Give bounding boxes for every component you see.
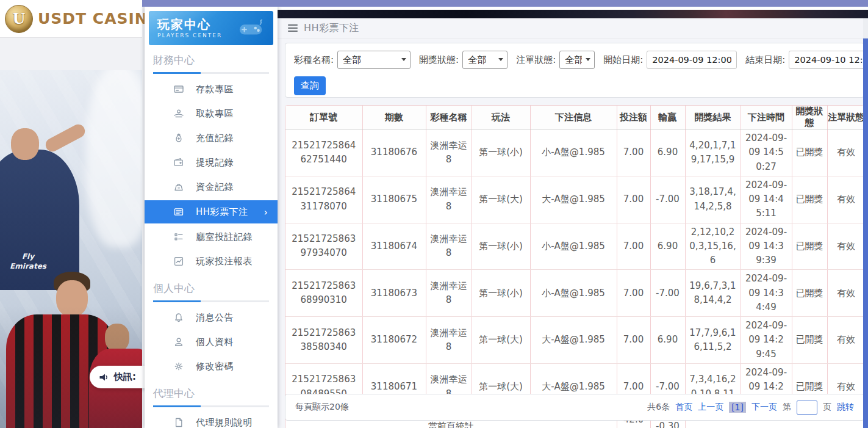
page-title: HH彩票下注 — [304, 22, 359, 35]
start-date-label: 開始日期: — [603, 54, 643, 66]
top-banner-image — [278, 10, 868, 18]
filter-panel: 彩種名稱: 全部 開獎狀態: 全部 注單狀態: 全部 開始日期: 結束日期: 查… — [285, 43, 864, 98]
brand-logo[interactable]: U USDT CASINO — [5, 5, 145, 33]
main-content: HH彩票下注 彩種名稱: 全部 開獎狀態: 全部 注單狀態: 全部 開始日期: … — [278, 0, 868, 428]
table-cell: 2152172586368990310 — [285, 270, 362, 317]
total-count: 共6条 — [647, 402, 670, 413]
table-cell: 有效 — [827, 129, 864, 176]
lottery-select-label: 彩種名稱: — [294, 54, 334, 66]
table-cell: 7.00 — [617, 223, 650, 270]
table-cell: 2152172586431178070 — [285, 176, 362, 223]
table-cell: 已開獎 — [792, 270, 827, 317]
next-page-link[interactable]: 下一页 — [751, 402, 777, 413]
sidebar-item[interactable]: 存款專區 — [145, 77, 278, 101]
lottery-select[interactable]: 全部 — [337, 51, 411, 69]
sidebar-item-label: 提現記錄 — [196, 157, 234, 169]
top-accent-strip — [142, 0, 868, 7]
sidebar-item[interactable]: 資金記錄 — [145, 175, 278, 199]
document-icon — [173, 417, 184, 428]
table-cell: 3,18,17,4,14,2,5,8 — [685, 176, 741, 223]
table-cell: 澳洲幸运8 — [426, 223, 472, 270]
sidebar-item[interactable]: 代理規則說明 — [145, 410, 278, 428]
order-status-select[interactable]: 全部 — [559, 51, 595, 69]
table-cell: 澳洲幸运8 — [426, 129, 472, 176]
sidebar-item[interactable]: 廳室投註記錄 — [145, 225, 278, 249]
left-background: U USDT CASINO Fly Emirates 快訊: — [0, 0, 145, 428]
sidebar-item[interactable]: 取款專區 — [145, 101, 278, 126]
draw-status-select[interactable]: 全部 — [462, 51, 508, 69]
page-titlebar: HH彩票下注 — [278, 18, 868, 38]
sidebar-item-label: 存款專區 — [196, 84, 234, 95]
first-page-link[interactable]: 首页 — [675, 402, 692, 413]
table-cell: 大-A盤@1.985 — [530, 317, 617, 364]
sidebar-subtitle: PLAYERS CENTER — [157, 32, 222, 38]
table-cell: 已開獎 — [792, 129, 827, 176]
scrollbar-thumb[interactable] — [863, 38, 868, 428]
table-row: 215217258636899031031180673澳洲幸运8第一球(小)小-… — [285, 270, 864, 317]
table-cell: 6.90 — [650, 317, 685, 364]
section-underline — [153, 300, 269, 302]
jump-suffix-label: 页 — [823, 402, 831, 413]
scrollbar[interactable] — [863, 18, 868, 428]
sidebar-item[interactable]: HH彩票下注› — [145, 200, 278, 223]
table-cell: 2,12,10,20,3,15,16,6 — [685, 223, 741, 270]
sidebar-item-label: 資金記錄 — [196, 181, 234, 193]
prev-page-link[interactable]: 上一页 — [698, 402, 723, 413]
table-cell: 2024-09-09 14:50:27 — [741, 129, 792, 176]
brand-name: USDT CASINO — [38, 10, 145, 27]
table-cell: 第一球(小) — [472, 223, 530, 270]
page-jump-input[interactable] — [797, 401, 817, 415]
room-record-icon — [173, 231, 184, 242]
sidebar-item[interactable]: 修改密碼 — [145, 354, 278, 379]
table-cell: 7.00 — [617, 129, 650, 176]
table-row: 215217258639793407031180674澳洲幸运8第一球(小)小-… — [285, 223, 864, 270]
sidebar-item-label: 玩家投注報表 — [196, 256, 253, 267]
current-page[interactable]: [1] — [729, 402, 746, 413]
table-cell: 澳洲幸运8 — [426, 317, 472, 364]
page-jump-link[interactable]: 跳转 — [837, 402, 854, 413]
sidebar-item[interactable]: 消息公告 — [145, 305, 278, 330]
sidebar-item[interactable]: 充值記錄 — [145, 126, 278, 150]
sidebar-item[interactable]: 個人資料 — [145, 330, 278, 354]
table-cell: 7.00 — [617, 317, 650, 364]
table-cell: 31180675 — [362, 176, 426, 223]
withdrawal-record-icon — [173, 157, 184, 168]
column-header: 玩法 — [472, 106, 530, 129]
sidebar-item[interactable]: 提現記錄 — [145, 150, 278, 175]
table-cell: 6.90 — [650, 223, 685, 270]
logo-ball-icon: U — [5, 5, 33, 33]
news-ticker: 快訊: — [90, 366, 145, 388]
column-header: 彩種名稱 — [426, 106, 472, 129]
table-header-row: 訂單號期數彩種名稱玩法下注信息投注額輸贏開獎結果下注時間開獎狀態注單狀態 — [285, 106, 864, 129]
search-button[interactable]: 查詢 — [294, 76, 326, 95]
sidebar-item-label: 代理規則說明 — [196, 417, 253, 428]
table-cell: 已開獎 — [792, 223, 827, 270]
table-cell: 31180676 — [362, 129, 426, 176]
sidebar-item[interactable]: 玩家投注報表 — [145, 249, 278, 274]
end-date-input[interactable] — [789, 51, 868, 69]
withdraw-icon — [173, 108, 184, 119]
bets-table: 訂單號期數彩種名稱玩法下注信息投注額輸贏開獎結果下注時間開獎狀態注單狀態2152… — [285, 106, 864, 428]
jump-prefix-label: 第 — [783, 402, 791, 413]
table-cell: 澳洲幸运8 — [426, 176, 472, 223]
sidebar-item-label: 個人資料 — [196, 336, 234, 348]
table-cell: 有效 — [827, 270, 864, 317]
draw-status-label: 開獎狀態: — [419, 54, 459, 66]
ticker-label: 快訊: — [114, 371, 136, 383]
table-cell: 大-A盤@1.985 — [530, 176, 617, 223]
table-cell: 已開獎 — [792, 317, 827, 364]
table-cell: 4,20,1,7,19,17,15,9 — [685, 129, 741, 176]
table-cell: 第一球(大) — [472, 317, 530, 364]
menu-toggle-icon[interactable] — [288, 24, 298, 32]
sidebar-menu: 財務中心存款專區取款專區充值記錄提現記錄資金記錄HH彩票下注›廳室投註記錄玩家投… — [145, 53, 278, 428]
sidebar: 玩家中心 PLAYERS CENTER 財務中心存款專區取款專區充值記錄提現記錄… — [145, 6, 278, 428]
jersey-text: Fly Emirates — [9, 252, 48, 271]
column-header: 開獎結果 — [685, 106, 741, 129]
pager: 共6条 首页 上一页 [1] 下一页 第 页 跳转 — [647, 401, 854, 415]
table-cell: 31180674 — [362, 223, 426, 270]
table-cell: 第一球(小) — [472, 129, 530, 176]
table-cell: 已開獎 — [792, 176, 827, 223]
table-cell: 2152172586462751440 — [285, 129, 362, 176]
lottery-icon — [173, 206, 184, 217]
start-date-input[interactable] — [647, 51, 737, 69]
